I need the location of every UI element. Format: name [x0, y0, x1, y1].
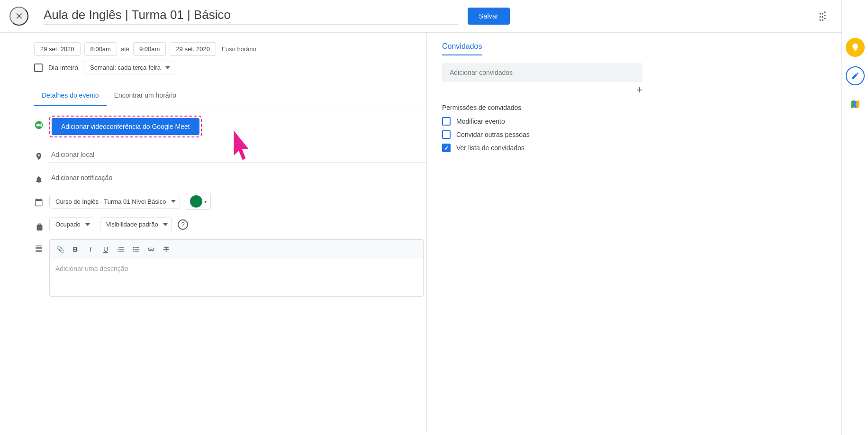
link-button[interactable]	[145, 243, 158, 256]
permission-label-0: Modificar evento	[456, 118, 505, 125]
calendar-select[interactable]: Curso de Inglês - Turma 01 Nível Básico	[49, 195, 180, 208]
right-sidebar	[841, 0, 868, 435]
color-dropdown[interactable]: ▾	[186, 193, 211, 210]
description-area[interactable]: Adicionar uma descrição	[49, 259, 424, 297]
italic-button[interactable]: I	[84, 243, 97, 256]
until-label: até	[121, 45, 129, 53]
allday-checkbox[interactable]	[34, 63, 43, 72]
permission-checkbox-0[interactable]	[442, 117, 451, 126]
datetime-row: 29 set. 2020 8:00am até 9:00am 29 set. 2…	[34, 42, 426, 56]
description-placeholder: Adicionar uma descrição	[55, 265, 128, 272]
status-select[interactable]: Ocupado	[49, 218, 94, 231]
status-controls: Ocupado Visibilidade padrão ?	[49, 218, 188, 231]
description-row: 📎 B I U	[34, 239, 426, 297]
save-button[interactable]: Salvar	[468, 8, 510, 25]
guests-title: Convidados	[442, 42, 482, 55]
permission-row-0: Modificar evento	[442, 117, 642, 126]
meet-button-highlight: Adicionar videoconferência do Google Mee…	[49, 116, 202, 137]
strikethrough-button[interactable]	[160, 243, 173, 256]
close-button[interactable]: ✕	[9, 7, 28, 26]
calendar-icon	[34, 198, 44, 207]
location-input[interactable]	[49, 147, 426, 163]
permission-row-2: ✓ Ver lista de convidados	[442, 144, 642, 152]
event-tabs: Detalhes do evento Encontrar um horário	[34, 86, 426, 106]
tab-find-time[interactable]: Encontrar um horário	[107, 86, 184, 106]
main-content: 29 set. 2020 8:00am até 9:00am 29 set. 2…	[0, 33, 868, 432]
allday-label: Dia inteiro	[48, 64, 78, 72]
help-icon[interactable]: ?	[178, 219, 188, 230]
visibility-select[interactable]: Visibilidade padrão	[100, 218, 172, 231]
unordered-list-button[interactable]	[129, 243, 143, 256]
event-title: Aula de Inglês | Turma 01 | Básico	[44, 8, 458, 25]
calendar-controls: Curso de Inglês - Turma 01 Nível Básico …	[49, 193, 211, 210]
permission-row-1: Convidar outras pessoas	[442, 130, 642, 139]
tab-details[interactable]: Detalhes do evento	[34, 86, 107, 106]
sidebar-tips-icon[interactable]	[846, 38, 865, 57]
permission-checkbox-2[interactable]: ✓	[442, 144, 451, 152]
align-icon	[34, 244, 44, 254]
notification-input[interactable]: Adicionar notificação	[49, 170, 114, 185]
guests-input[interactable]	[442, 63, 642, 82]
meet-row: Adicionar videoconferência do Google Mee…	[34, 116, 426, 137]
calendar-row: Curso de Inglês - Turma 01 Nível Básico …	[34, 193, 426, 210]
permission-label-1: Convidar outras pessoas	[456, 131, 530, 138]
left-panel: 29 set. 2020 8:00am até 9:00am 29 set. 2…	[0, 33, 426, 432]
permission-label-2: Ver lista de convidados	[456, 144, 524, 152]
recurrence-select[interactable]: Semanal: cada terça-feira	[84, 61, 174, 74]
timezone-link[interactable]: Fuso horário	[222, 45, 256, 53]
bold-button[interactable]: B	[69, 243, 82, 256]
end-date-chip[interactable]: 29 set. 2020	[170, 42, 216, 56]
sidebar-edit-icon[interactable]	[846, 66, 865, 85]
meet-form-icon	[34, 120, 44, 130]
right-panel: Convidados + Permissões de convidados Mo…	[426, 33, 654, 432]
status-row: Ocupado Visibilidade padrão ?	[34, 218, 426, 232]
notification-icon	[34, 175, 44, 184]
header: ✕ Aula de Inglês | Turma 01 | Básico Sal…	[0, 0, 868, 33]
end-time-chip[interactable]: 9:00am	[133, 42, 166, 56]
location-row	[34, 147, 426, 163]
close-icon: ✕	[15, 10, 23, 22]
description-toolbar: 📎 B I U	[49, 239, 424, 259]
add-guest-icon[interactable]: +	[636, 84, 642, 96]
ordered-list-button[interactable]	[114, 243, 127, 256]
sidebar-map-icon[interactable]	[846, 95, 865, 114]
apps-icon[interactable]	[813, 7, 832, 26]
allday-row: Dia inteiro Semanal: cada terça-feira	[34, 61, 426, 74]
color-circle	[190, 195, 202, 208]
permission-checkbox-1[interactable]	[442, 130, 451, 139]
color-chevron-icon: ▾	[204, 199, 207, 204]
briefcase-icon	[34, 222, 44, 232]
start-time-chip[interactable]: 8:00am	[84, 42, 117, 56]
attach-button[interactable]: 📎	[54, 243, 67, 256]
meet-button[interactable]: Adicionar videoconferência do Google Mee…	[52, 118, 199, 135]
start-date-chip[interactable]: 29 set. 2020	[34, 42, 81, 56]
svg-rect-1	[36, 124, 40, 127]
checkmark-icon: ✓	[444, 145, 449, 152]
underline-button[interactable]: U	[99, 243, 112, 256]
location-icon	[34, 152, 44, 161]
notification-row: Adicionar notificação	[34, 170, 426, 185]
permissions-title: Permissões de convidados	[442, 104, 642, 111]
